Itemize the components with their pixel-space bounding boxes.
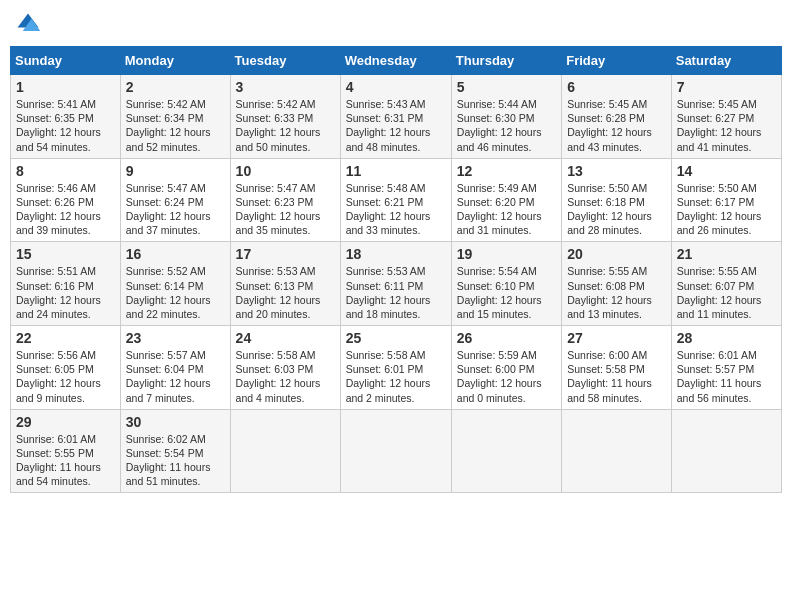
calendar-cell: 2Sunrise: 5:42 AMSunset: 6:34 PMDaylight… xyxy=(120,75,230,159)
day-number: 8 xyxy=(16,163,115,179)
calendar-cell: 7Sunrise: 5:45 AMSunset: 6:27 PMDaylight… xyxy=(671,75,781,159)
day-info: Sunrise: 5:52 AMSunset: 6:14 PMDaylight:… xyxy=(126,264,225,321)
day-info: Sunrise: 5:51 AMSunset: 6:16 PMDaylight:… xyxy=(16,264,115,321)
day-info: Sunrise: 5:55 AMSunset: 6:07 PMDaylight:… xyxy=(677,264,776,321)
calendar-header-row: SundayMondayTuesdayWednesdayThursdayFrid… xyxy=(11,47,782,75)
calendar-cell: 6Sunrise: 5:45 AMSunset: 6:28 PMDaylight… xyxy=(562,75,672,159)
calendar-cell: 30Sunrise: 6:02 AMSunset: 5:54 PMDayligh… xyxy=(120,409,230,493)
day-info: Sunrise: 5:49 AMSunset: 6:20 PMDaylight:… xyxy=(457,181,556,238)
calendar-cell: 29Sunrise: 6:01 AMSunset: 5:55 PMDayligh… xyxy=(11,409,121,493)
day-number: 11 xyxy=(346,163,446,179)
calendar-week-row: 8Sunrise: 5:46 AMSunset: 6:26 PMDaylight… xyxy=(11,158,782,242)
calendar-cell: 16Sunrise: 5:52 AMSunset: 6:14 PMDayligh… xyxy=(120,242,230,326)
day-number: 9 xyxy=(126,163,225,179)
calendar-cell: 28Sunrise: 6:01 AMSunset: 5:57 PMDayligh… xyxy=(671,326,781,410)
calendar-cell: 26Sunrise: 5:59 AMSunset: 6:00 PMDayligh… xyxy=(451,326,561,410)
calendar-cell: 17Sunrise: 5:53 AMSunset: 6:13 PMDayligh… xyxy=(230,242,340,326)
day-number: 21 xyxy=(677,246,776,262)
column-header-friday: Friday xyxy=(562,47,672,75)
day-number: 4 xyxy=(346,79,446,95)
day-number: 2 xyxy=(126,79,225,95)
day-number: 19 xyxy=(457,246,556,262)
calendar-table: SundayMondayTuesdayWednesdayThursdayFrid… xyxy=(10,46,782,493)
day-info: Sunrise: 5:58 AMSunset: 6:01 PMDaylight:… xyxy=(346,348,446,405)
calendar-cell: 1Sunrise: 5:41 AMSunset: 6:35 PMDaylight… xyxy=(11,75,121,159)
day-number: 5 xyxy=(457,79,556,95)
column-header-wednesday: Wednesday xyxy=(340,47,451,75)
day-info: Sunrise: 6:00 AMSunset: 5:58 PMDaylight:… xyxy=(567,348,666,405)
day-number: 26 xyxy=(457,330,556,346)
day-info: Sunrise: 5:59 AMSunset: 6:00 PMDaylight:… xyxy=(457,348,556,405)
calendar-cell xyxy=(671,409,781,493)
calendar-cell: 15Sunrise: 5:51 AMSunset: 6:16 PMDayligh… xyxy=(11,242,121,326)
day-info: Sunrise: 5:41 AMSunset: 6:35 PMDaylight:… xyxy=(16,97,115,154)
day-number: 16 xyxy=(126,246,225,262)
calendar-cell: 4Sunrise: 5:43 AMSunset: 6:31 PMDaylight… xyxy=(340,75,451,159)
day-number: 12 xyxy=(457,163,556,179)
logo xyxy=(14,10,46,38)
day-info: Sunrise: 5:58 AMSunset: 6:03 PMDaylight:… xyxy=(236,348,335,405)
day-info: Sunrise: 5:47 AMSunset: 6:23 PMDaylight:… xyxy=(236,181,335,238)
calendar-week-row: 1Sunrise: 5:41 AMSunset: 6:35 PMDaylight… xyxy=(11,75,782,159)
calendar-week-row: 22Sunrise: 5:56 AMSunset: 6:05 PMDayligh… xyxy=(11,326,782,410)
logo-icon xyxy=(14,10,42,38)
day-info: Sunrise: 5:50 AMSunset: 6:17 PMDaylight:… xyxy=(677,181,776,238)
day-number: 3 xyxy=(236,79,335,95)
page-header xyxy=(10,10,782,38)
calendar-cell xyxy=(340,409,451,493)
day-info: Sunrise: 5:43 AMSunset: 6:31 PMDaylight:… xyxy=(346,97,446,154)
calendar-cell xyxy=(562,409,672,493)
calendar-cell: 13Sunrise: 5:50 AMSunset: 6:18 PMDayligh… xyxy=(562,158,672,242)
day-info: Sunrise: 6:01 AMSunset: 5:55 PMDaylight:… xyxy=(16,432,115,489)
calendar-cell: 10Sunrise: 5:47 AMSunset: 6:23 PMDayligh… xyxy=(230,158,340,242)
calendar-cell: 5Sunrise: 5:44 AMSunset: 6:30 PMDaylight… xyxy=(451,75,561,159)
day-number: 24 xyxy=(236,330,335,346)
day-info: Sunrise: 5:42 AMSunset: 6:33 PMDaylight:… xyxy=(236,97,335,154)
day-info: Sunrise: 5:46 AMSunset: 6:26 PMDaylight:… xyxy=(16,181,115,238)
calendar-cell: 3Sunrise: 5:42 AMSunset: 6:33 PMDaylight… xyxy=(230,75,340,159)
day-number: 7 xyxy=(677,79,776,95)
day-info: Sunrise: 5:42 AMSunset: 6:34 PMDaylight:… xyxy=(126,97,225,154)
day-number: 17 xyxy=(236,246,335,262)
day-info: Sunrise: 5:50 AMSunset: 6:18 PMDaylight:… xyxy=(567,181,666,238)
day-info: Sunrise: 5:54 AMSunset: 6:10 PMDaylight:… xyxy=(457,264,556,321)
day-number: 10 xyxy=(236,163,335,179)
calendar-cell: 22Sunrise: 5:56 AMSunset: 6:05 PMDayligh… xyxy=(11,326,121,410)
day-info: Sunrise: 5:53 AMSunset: 6:11 PMDaylight:… xyxy=(346,264,446,321)
day-number: 27 xyxy=(567,330,666,346)
day-number: 23 xyxy=(126,330,225,346)
calendar-cell: 18Sunrise: 5:53 AMSunset: 6:11 PMDayligh… xyxy=(340,242,451,326)
day-info: Sunrise: 5:45 AMSunset: 6:27 PMDaylight:… xyxy=(677,97,776,154)
day-info: Sunrise: 5:53 AMSunset: 6:13 PMDaylight:… xyxy=(236,264,335,321)
calendar-cell: 23Sunrise: 5:57 AMSunset: 6:04 PMDayligh… xyxy=(120,326,230,410)
calendar-cell: 25Sunrise: 5:58 AMSunset: 6:01 PMDayligh… xyxy=(340,326,451,410)
day-number: 29 xyxy=(16,414,115,430)
calendar-week-row: 29Sunrise: 6:01 AMSunset: 5:55 PMDayligh… xyxy=(11,409,782,493)
day-number: 1 xyxy=(16,79,115,95)
day-number: 15 xyxy=(16,246,115,262)
day-info: Sunrise: 5:48 AMSunset: 6:21 PMDaylight:… xyxy=(346,181,446,238)
day-info: Sunrise: 5:45 AMSunset: 6:28 PMDaylight:… xyxy=(567,97,666,154)
calendar-cell: 9Sunrise: 5:47 AMSunset: 6:24 PMDaylight… xyxy=(120,158,230,242)
column-header-thursday: Thursday xyxy=(451,47,561,75)
day-info: Sunrise: 5:57 AMSunset: 6:04 PMDaylight:… xyxy=(126,348,225,405)
day-number: 25 xyxy=(346,330,446,346)
day-info: Sunrise: 5:55 AMSunset: 6:08 PMDaylight:… xyxy=(567,264,666,321)
calendar-cell xyxy=(230,409,340,493)
day-info: Sunrise: 5:47 AMSunset: 6:24 PMDaylight:… xyxy=(126,181,225,238)
calendar-cell xyxy=(451,409,561,493)
calendar-cell: 8Sunrise: 5:46 AMSunset: 6:26 PMDaylight… xyxy=(11,158,121,242)
calendar-cell: 14Sunrise: 5:50 AMSunset: 6:17 PMDayligh… xyxy=(671,158,781,242)
calendar-cell: 11Sunrise: 5:48 AMSunset: 6:21 PMDayligh… xyxy=(340,158,451,242)
day-info: Sunrise: 5:56 AMSunset: 6:05 PMDaylight:… xyxy=(16,348,115,405)
day-info: Sunrise: 6:02 AMSunset: 5:54 PMDaylight:… xyxy=(126,432,225,489)
day-number: 20 xyxy=(567,246,666,262)
day-number: 6 xyxy=(567,79,666,95)
column-header-tuesday: Tuesday xyxy=(230,47,340,75)
calendar-cell: 27Sunrise: 6:00 AMSunset: 5:58 PMDayligh… xyxy=(562,326,672,410)
column-header-sunday: Sunday xyxy=(11,47,121,75)
calendar-cell: 20Sunrise: 5:55 AMSunset: 6:08 PMDayligh… xyxy=(562,242,672,326)
calendar-week-row: 15Sunrise: 5:51 AMSunset: 6:16 PMDayligh… xyxy=(11,242,782,326)
day-number: 22 xyxy=(16,330,115,346)
day-number: 28 xyxy=(677,330,776,346)
